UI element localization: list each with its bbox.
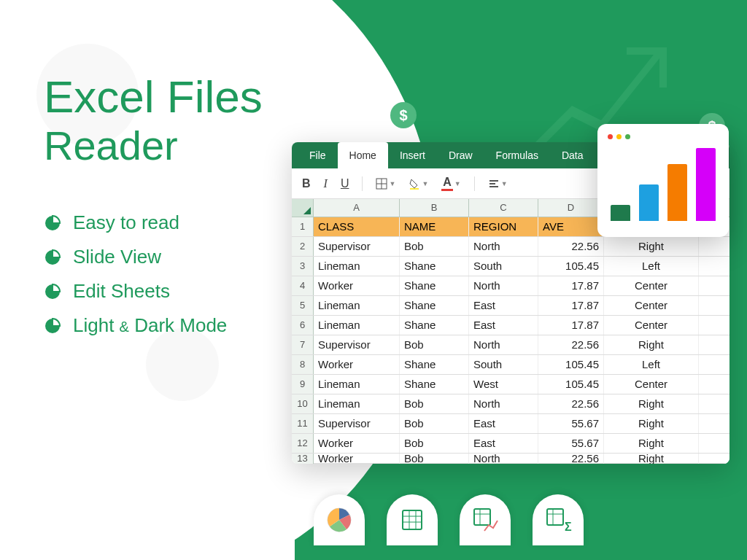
cell[interactable]: Center [604,296,699,315]
cell[interactable]: Bob [400,237,469,256]
cell[interactable]: Left [604,355,699,374]
bold-button[interactable]: B [302,177,311,190]
row-header[interactable]: 2 [292,237,314,256]
row-header[interactable]: 7 [292,335,314,354]
cell[interactable]: 105.45 [538,375,604,394]
fill-color-button[interactable]: ▼ [409,178,428,190]
cell[interactable]: Worker [314,355,400,374]
tab-formulas[interactable]: Formulas [484,142,550,168]
cell[interactable]: Center [604,316,699,335]
cell[interactable]: North [469,276,538,295]
column-header[interactable]: B [400,199,469,217]
italic-button[interactable]: I [324,177,328,190]
cell[interactable]: Bob [400,454,469,464]
cell[interactable]: Right [604,394,699,413]
cell[interactable]: Supervisor [314,237,400,256]
cell[interactable]: Worker [314,434,400,453]
cell[interactable]: North [469,394,538,413]
cell[interactable]: Right [604,454,699,464]
cell[interactable]: 17.87 [538,276,604,295]
cell[interactable]: Bob [400,434,469,453]
row-header[interactable]: 8 [292,355,314,374]
column-header[interactable]: A [314,199,400,217]
cell[interactable]: Right [604,434,699,453]
cell[interactable]: East [469,434,538,453]
tab-home[interactable]: Home [338,142,388,168]
tab-file[interactable]: File [298,142,338,168]
cell[interactable]: Lineman [314,257,400,276]
cell[interactable]: Right [604,237,699,256]
cell[interactable]: Shane [400,375,469,394]
tab-data[interactable]: Data [550,142,595,168]
cell[interactable]: Shane [400,296,469,315]
cell[interactable]: Shane [400,257,469,276]
cell[interactable]: 55.67 [538,434,604,453]
pie-chart-icon[interactable] [314,494,365,545]
header-cell[interactable]: NAME [400,217,469,236]
row-header[interactable]: 3 [292,257,314,276]
sheet-chart-icon[interactable] [460,494,511,545]
cell[interactable]: North [469,335,538,354]
cell[interactable]: 22.56 [538,335,604,354]
cell[interactable]: Bob [400,335,469,354]
cell[interactable]: West [469,375,538,394]
cell[interactable]: 55.67 [538,414,604,433]
cell[interactable]: East [469,296,538,315]
cell[interactable]: Shane [400,355,469,374]
cell[interactable]: Center [604,276,699,295]
header-cell[interactable]: AVE [538,217,604,236]
cell[interactable]: 22.56 [538,237,604,256]
select-all-corner[interactable] [292,199,314,217]
header-cell[interactable]: REGION [469,217,538,236]
cell[interactable]: South [469,355,538,374]
cell[interactable]: Bob [400,394,469,413]
cell[interactable]: East [469,316,538,335]
sheet-sum-icon[interactable]: Σ [533,494,584,545]
row-header[interactable]: 9 [292,375,314,394]
sheet-icon[interactable] [387,494,438,545]
row-header[interactable]: 11 [292,414,314,433]
row-header[interactable]: 12 [292,434,314,453]
cell[interactable]: Bob [400,414,469,433]
borders-button[interactable]: ▼ [376,178,395,190]
cell[interactable]: 22.56 [538,394,604,413]
column-header[interactable]: D [538,199,604,217]
cell[interactable]: 105.45 [538,257,604,276]
cell[interactable]: Supervisor [314,414,400,433]
spreadsheet-grid[interactable]: A B C D 1CLASSNAMEREGIONAVETEAM2Supervis… [292,199,729,464]
cell[interactable]: Right [604,414,699,433]
row-header[interactable]: 1 [292,217,314,236]
cell[interactable]: Supervisor [314,335,400,354]
cell[interactable]: North [469,237,538,256]
cell[interactable]: 17.87 [538,296,604,315]
cell[interactable]: Left [604,257,699,276]
cell[interactable]: Center [604,375,699,394]
row-header[interactable]: 10 [292,394,314,413]
header-cell[interactable]: CLASS [314,217,400,236]
row-header[interactable]: 4 [292,276,314,295]
cell[interactable]: Lineman [314,296,400,315]
cell[interactable]: 22.56 [538,454,604,464]
alignment-button[interactable]: ▼ [488,178,508,190]
cell[interactable]: Worker [314,276,400,295]
cell[interactable]: Shane [400,276,469,295]
row-header[interactable]: 13 [292,454,314,464]
row-header[interactable]: 6 [292,316,314,335]
cell[interactable]: Lineman [314,394,400,413]
cell[interactable]: Right [604,335,699,354]
cell[interactable]: North [469,454,538,464]
column-header[interactable]: C [469,199,538,217]
tab-insert[interactable]: Insert [388,142,437,168]
underline-button[interactable]: U [341,177,349,190]
tab-draw[interactable]: Draw [437,142,484,168]
font-color-button[interactable]: A▼ [441,176,460,191]
cell[interactable]: South [469,257,538,276]
cell[interactable]: Lineman [314,316,400,335]
cell[interactable]: Lineman [314,375,400,394]
cell[interactable]: Shane [400,316,469,335]
cell[interactable]: East [469,414,538,433]
cell[interactable]: 105.45 [538,355,604,374]
row-header[interactable]: 5 [292,296,314,315]
cell[interactable]: 17.87 [538,316,604,335]
cell[interactable]: Worker [314,454,400,464]
